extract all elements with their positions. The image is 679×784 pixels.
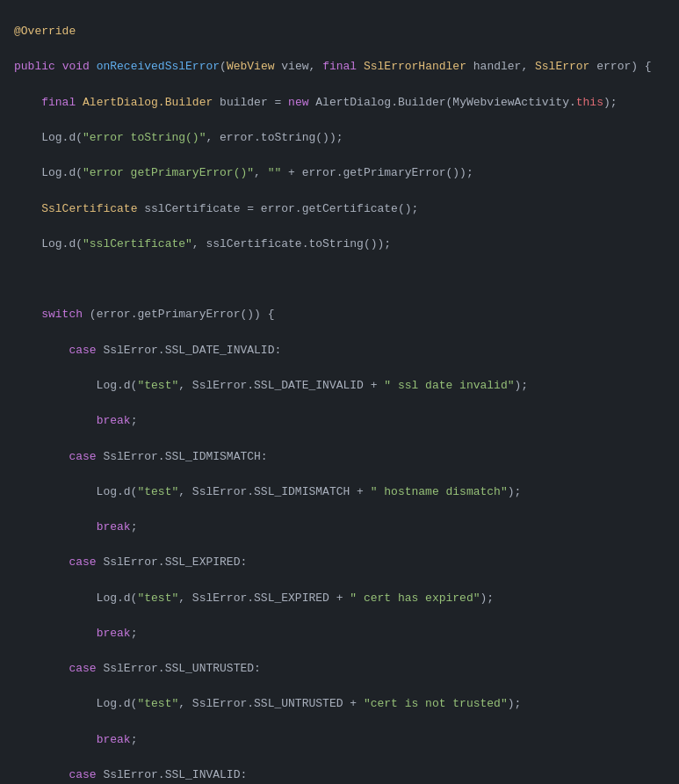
line-17: Log.d("test", SslError.SSL_EXPIRED + " c… <box>7 590 679 607</box>
line-2: public void onReceivedSslError(WebView v… <box>7 58 679 76</box>
line-19: case SslError.SSL_UNTRUSTED: <box>7 660 679 678</box>
line-22: case SslError.SSL_INVALID: <box>7 766 679 784</box>
line-13: case SslError.SSL_IDMISMATCH: <box>7 448 679 466</box>
line-3: final AlertDialog.Builder builder = new … <box>7 94 679 112</box>
line-18: break; <box>7 625 679 642</box>
line-5: Log.d("error getPrimaryError()", "" + er… <box>7 164 679 182</box>
line-11: Log.d("test", SslError.SSL_DATE_INVALID … <box>7 377 679 395</box>
line-15: break; <box>7 519 679 536</box>
line-14: Log.d("test", SslError.SSL_IDMISMATCH + … <box>7 483 679 501</box>
line-20: Log.d("test", SslError.SSL_UNTRUSTED + "… <box>7 695 679 713</box>
annotation: @Override <box>14 25 76 38</box>
code-viewer: @Override public void onReceivedSslError… <box>0 0 679 784</box>
line-7: Log.d("sslCertificate", sslCertificate.t… <box>7 236 679 253</box>
line-1: @Override <box>7 23 679 40</box>
line-10: case SslError.SSL_DATE_INVALID: <box>7 342 679 359</box>
line-12: break; <box>7 412 679 430</box>
line-6: SslCertificate sslCertificate = error.ge… <box>7 200 679 218</box>
line-4: Log.d("error toString()", error.toString… <box>7 129 679 147</box>
line-16: case SslError.SSL_EXPIRED: <box>7 554 679 571</box>
line-8 <box>7 271 679 288</box>
line-21: break; <box>7 731 679 749</box>
line-9: switch (error.getPrimaryError()) { <box>7 306 679 323</box>
